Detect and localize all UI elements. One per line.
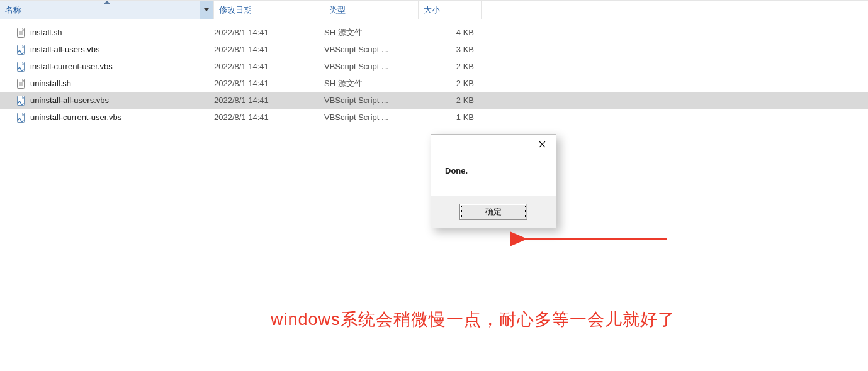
sh-file-icon xyxy=(16,28,26,38)
file-size-cell: 2 KB xyxy=(419,79,482,88)
file-name-cell: install-all-users.vbs xyxy=(16,45,214,55)
file-row[interactable]: uninstall.sh2022/8/1 14:41SH 源文件2 KB xyxy=(0,75,868,92)
file-name-cell: install-current-user.vbs xyxy=(16,62,214,72)
column-type-label: 类型 xyxy=(329,4,346,16)
vbs-file-icon xyxy=(16,96,26,106)
file-name-label: install-current-user.vbs xyxy=(30,62,113,71)
file-row[interactable]: install.sh2022/8/1 14:41SH 源文件4 KB xyxy=(0,24,868,41)
file-name-label: uninstall-current-user.vbs xyxy=(30,113,121,122)
file-size-cell: 2 KB xyxy=(419,62,482,71)
file-date-cell: 2022/8/1 14:41 xyxy=(214,45,324,54)
file-type-cell: VBScript Script ... xyxy=(324,45,419,54)
dialog-ok-button[interactable]: 确定 xyxy=(459,204,527,220)
column-filter-dropdown[interactable] xyxy=(200,1,213,19)
file-size-cell: 2 KB xyxy=(419,96,482,105)
file-size-cell: 4 KB xyxy=(419,28,482,37)
column-size-label: 大小 xyxy=(424,4,440,16)
file-name-cell: install.sh xyxy=(16,28,214,38)
file-size-cell: 3 KB xyxy=(419,45,482,54)
file-name-cell: uninstall.sh xyxy=(16,79,214,89)
file-row[interactable]: install-current-user.vbs2022/8/1 14:41VB… xyxy=(0,58,868,75)
file-name-label: install.sh xyxy=(30,28,62,37)
sort-ascending-icon xyxy=(104,1,110,4)
column-header-size[interactable]: 大小 xyxy=(419,1,482,19)
vbs-file-icon xyxy=(16,62,26,72)
file-type-cell: VBScript Script ... xyxy=(324,96,419,105)
file-type-cell: VBScript Script ... xyxy=(324,62,419,71)
column-date-label: 修改日期 xyxy=(219,4,252,16)
file-row[interactable]: install-all-users.vbs2022/8/1 14:41VBScr… xyxy=(0,41,868,58)
file-size-cell: 1 KB xyxy=(419,113,482,122)
vbs-file-icon xyxy=(16,45,26,55)
dialog-ok-label: 确定 xyxy=(485,206,502,218)
file-date-cell: 2022/8/1 14:41 xyxy=(214,113,324,122)
file-name-cell: uninstall-current-user.vbs xyxy=(16,113,214,123)
chevron-down-icon xyxy=(204,8,209,11)
column-header-date[interactable]: 修改日期 xyxy=(214,1,324,19)
vbs-file-icon xyxy=(16,113,26,123)
annotation-caption: windows系统会稍微慢一点，耐心多等一会儿就好了 xyxy=(271,308,675,331)
file-name-label: uninstall-all-users.vbs xyxy=(30,96,109,105)
file-date-cell: 2022/8/1 14:41 xyxy=(214,28,324,37)
dialog-titlebar xyxy=(431,135,556,158)
file-date-cell: 2022/8/1 14:41 xyxy=(214,96,324,105)
file-date-cell: 2022/8/1 14:41 xyxy=(214,62,324,71)
file-type-cell: SH 源文件 xyxy=(324,27,419,38)
sh-file-icon xyxy=(16,79,26,89)
file-type-cell: VBScript Script ... xyxy=(324,113,419,122)
file-type-cell: SH 源文件 xyxy=(324,78,419,89)
file-name-label: uninstall.sh xyxy=(30,79,71,88)
dialog-footer: 确定 xyxy=(431,196,556,228)
file-date-cell: 2022/8/1 14:41 xyxy=(214,79,324,88)
close-icon xyxy=(539,141,546,148)
column-header: 名称 修改日期 类型 大小 xyxy=(0,0,868,19)
file-name-label: install-all-users.vbs xyxy=(30,45,100,54)
file-row[interactable]: uninstall-all-users.vbs2022/8/1 14:41VBS… xyxy=(0,92,868,109)
column-header-name[interactable]: 名称 xyxy=(0,1,214,19)
file-list: install.sh2022/8/1 14:41SH 源文件4 KB insta… xyxy=(0,19,868,126)
column-header-type[interactable]: 类型 xyxy=(324,1,419,19)
file-row[interactable]: uninstall-current-user.vbs2022/8/1 14:41… xyxy=(0,109,868,126)
dialog-close-button[interactable] xyxy=(528,135,556,153)
dialog-message: Done. xyxy=(431,158,556,196)
column-name-label: 名称 xyxy=(5,4,21,16)
file-name-cell: uninstall-all-users.vbs xyxy=(16,96,214,106)
message-dialog: Done. 确定 xyxy=(431,134,556,228)
